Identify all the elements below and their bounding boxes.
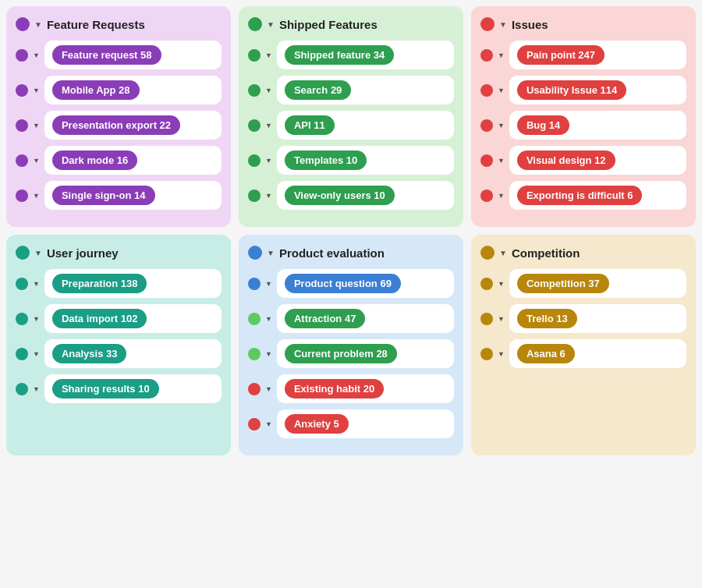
item-expand-arrow[interactable]: ▼	[265, 122, 272, 129]
item-tag[interactable]: Existing habit 20	[285, 379, 384, 398]
panel-dot	[248, 17, 262, 31]
panel-collapse-arrow[interactable]: ▼	[34, 249, 42, 257]
item-tag[interactable]: Visual design 12	[517, 151, 615, 170]
item-tag[interactable]: View-only users 10	[285, 186, 395, 205]
panel-collapse-arrow[interactable]: ▼	[499, 249, 507, 257]
item-expand-arrow[interactable]: ▼	[33, 122, 40, 129]
item-expand-arrow[interactable]: ▼	[498, 315, 505, 323]
list-item: ▼Templates 10	[248, 146, 454, 175]
list-item: ▼Bug 14	[480, 111, 686, 140]
item-dot	[248, 119, 261, 132]
item-expand-arrow[interactable]: ▼	[265, 280, 272, 288]
item-tag[interactable]: Current problem 28	[285, 344, 397, 363]
panel-title: Competition	[512, 246, 580, 260]
item-expand-arrow[interactable]: ▼	[498, 157, 505, 165]
item-tag[interactable]: Feature request 58	[52, 45, 161, 65]
item-dot	[480, 49, 493, 62]
list-item: ▼Product question 69	[248, 269, 454, 298]
panel-product-evaluation: ▼Product evaluation▼Product question 69▼…	[239, 235, 463, 455]
item-tag[interactable]: Usability Issue 114	[517, 80, 626, 100]
item-tag[interactable]: Dark mode 16	[52, 151, 137, 170]
item-expand-arrow[interactable]: ▼	[265, 51, 272, 59]
item-tag-wrapper: Shipped feature 34	[277, 41, 454, 69]
panel-collapse-arrow[interactable]: ▼	[34, 20, 42, 29]
item-tag-wrapper: Asana 6	[509, 339, 686, 368]
item-tag[interactable]: Product question 69	[285, 274, 401, 293]
panel-collapse-arrow[interactable]: ▼	[267, 249, 275, 257]
item-tag-wrapper: Feature request 58	[44, 41, 222, 69]
item-tag[interactable]: Mobile App 28	[52, 80, 140, 100]
item-expand-arrow[interactable]: ▼	[33, 87, 40, 94]
item-tag[interactable]: Asana 6	[517, 344, 575, 363]
item-expand-arrow[interactable]: ▼	[33, 157, 40, 165]
item-tag[interactable]: Pain point 247	[517, 45, 604, 65]
item-dot	[248, 84, 261, 97]
item-expand-arrow[interactable]: ▼	[265, 420, 272, 428]
item-tag[interactable]: Search 29	[285, 80, 351, 100]
panel-competition: ▼Competition▼Competition 37▼Trello 13▼As…	[471, 235, 696, 455]
list-item: ▼Mobile App 28	[16, 76, 222, 104]
list-item: ▼Dark mode 16	[16, 146, 222, 175]
item-tag[interactable]: Data import 102	[52, 309, 147, 328]
item-tag[interactable]: Attraction 47	[285, 309, 365, 328]
item-expand-arrow[interactable]: ▼	[265, 157, 272, 165]
item-tag[interactable]: Trello 13	[517, 309, 577, 328]
item-dot	[248, 348, 261, 360]
item-expand-arrow[interactable]: ▼	[33, 51, 40, 59]
item-expand-arrow[interactable]: ▼	[33, 350, 40, 358]
item-expand-arrow[interactable]: ▼	[33, 192, 40, 200]
item-tag[interactable]: Exporting is difficult 6	[517, 186, 643, 205]
item-expand-arrow[interactable]: ▼	[33, 385, 40, 393]
item-tag-wrapper: Single sign-on 14	[44, 181, 222, 210]
item-dot	[248, 154, 261, 167]
item-expand-arrow[interactable]: ▼	[498, 192, 505, 200]
item-expand-arrow[interactable]: ▼	[498, 280, 505, 288]
panel-collapse-arrow[interactable]: ▼	[499, 20, 507, 29]
panel-shipped-features: ▼Shipped Features▼Shipped feature 34▼Sea…	[239, 6, 463, 227]
item-dot	[16, 84, 28, 97]
item-expand-arrow[interactable]: ▼	[265, 87, 272, 94]
item-tag-wrapper: Current problem 28	[277, 339, 454, 368]
item-expand-arrow[interactable]: ▼	[265, 315, 272, 323]
item-expand-arrow[interactable]: ▼	[265, 385, 272, 393]
list-item: ▼Usability Issue 114	[480, 76, 686, 104]
item-tag[interactable]: Sharing results 10	[52, 379, 159, 398]
item-tag-wrapper: Usability Issue 114	[509, 76, 686, 104]
item-tag-wrapper: API 11	[277, 111, 454, 140]
item-expand-arrow[interactable]: ▼	[265, 350, 272, 358]
item-expand-arrow[interactable]: ▼	[498, 350, 505, 358]
list-item: ▼Preparation 138	[16, 269, 222, 298]
item-expand-arrow[interactable]: ▼	[498, 87, 505, 94]
item-dot	[480, 119, 493, 132]
item-tag-wrapper: Product question 69	[277, 269, 454, 298]
panel-collapse-arrow[interactable]: ▼	[267, 20, 275, 29]
item-tag[interactable]: Templates 10	[285, 151, 367, 170]
main-grid: ▼Feature Requests▼Feature request 58▼Mob…	[6, 6, 696, 455]
item-expand-arrow[interactable]: ▼	[33, 280, 40, 288]
item-tag-wrapper: Templates 10	[277, 146, 454, 175]
item-tag[interactable]: Preparation 138	[52, 274, 147, 293]
item-expand-arrow[interactable]: ▼	[498, 51, 505, 59]
panel-title: User journey	[47, 246, 119, 260]
item-tag[interactable]: Anxiety 5	[285, 414, 349, 434]
item-tag[interactable]: Single sign-on 14	[52, 186, 155, 205]
item-tag-wrapper: Anxiety 5	[277, 409, 454, 438]
list-item: ▼Data import 102	[16, 304, 222, 333]
item-expand-arrow[interactable]: ▼	[33, 315, 40, 323]
item-tag[interactable]: Analysis 33	[52, 344, 127, 363]
item-expand-arrow[interactable]: ▼	[498, 122, 505, 129]
panel-header-product-evaluation: ▼Product evaluation	[248, 246, 454, 260]
item-expand-arrow[interactable]: ▼	[265, 192, 272, 200]
item-tag-wrapper: Sharing results 10	[44, 374, 222, 403]
item-tag[interactable]: API 11	[285, 115, 335, 135]
item-tag[interactable]: Bug 14	[517, 115, 569, 135]
panel-dot	[248, 246, 262, 260]
list-item: ▼Single sign-on 14	[16, 181, 222, 210]
item-tag[interactable]: Shipped feature 34	[285, 45, 394, 65]
item-dot	[480, 313, 493, 325]
item-tag[interactable]: Competition 37	[517, 274, 609, 293]
panel-title: Feature Requests	[47, 18, 145, 31]
item-tag[interactable]: Presentation export 22	[52, 115, 180, 135]
item-tag-wrapper: Existing habit 20	[277, 374, 454, 403]
item-tag-wrapper: Analysis 33	[44, 339, 222, 368]
